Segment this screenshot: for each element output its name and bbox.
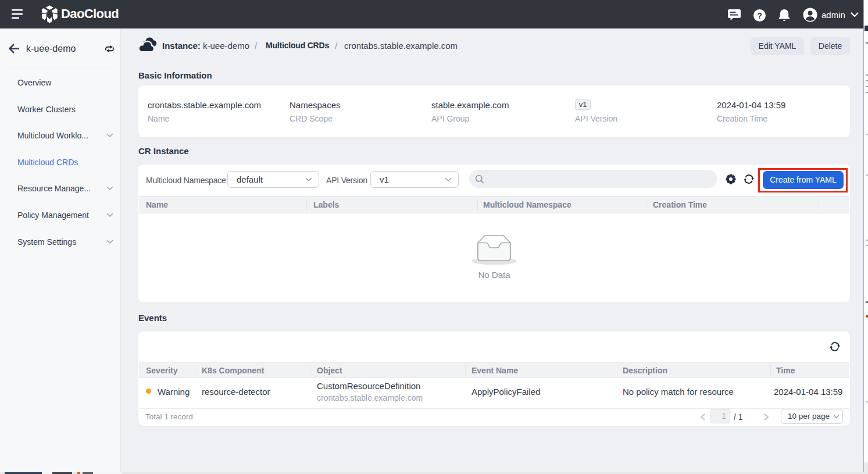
svg-text:?: ? xyxy=(757,11,762,20)
